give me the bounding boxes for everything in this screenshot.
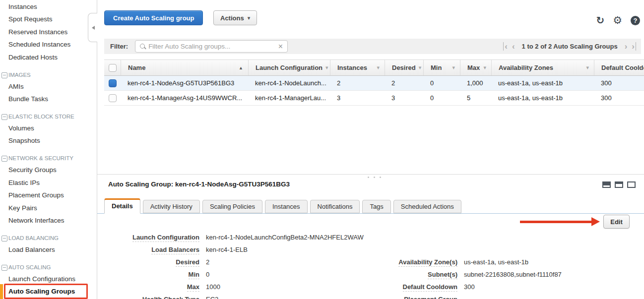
column-header-availability-zones[interactable]: Availability Zones▾ — [491, 60, 594, 75]
pagination-text: 1 to 2 of 2 Auto Scaling Groups — [522, 43, 618, 50]
clear-filter-icon[interactable]: × — [278, 43, 283, 51]
sidebar: InstancesSpot RequestsReserved Instances… — [0, 0, 97, 299]
row-checkbox[interactable] — [109, 94, 117, 102]
cell-max: 5 — [460, 94, 491, 102]
select-all-checkbox[interactable] — [109, 64, 117, 72]
cell-name: ken-rc4-1-ManagerAsg-14US9WWCR... — [121, 94, 248, 102]
column-label: Launch Configuration — [256, 64, 322, 71]
filter-input[interactable] — [146, 43, 278, 50]
collapse-section-icon[interactable] — [1, 265, 7, 271]
collapse-section-icon[interactable] — [1, 72, 7, 78]
table-row[interactable]: ken-rc4-1-NodeAsg-G5TU3P561BG3ken-rc4-1-… — [104, 76, 644, 91]
field-label-text: Desired — [176, 258, 199, 267]
prev-page-icon[interactable]: ‹ — [512, 42, 515, 51]
field-label: Availability Zone(s) — [367, 258, 457, 266]
sidebar-section-label: ELASTIC BLOCK STORE — [8, 114, 74, 120]
tab-scaling-policies[interactable]: Scaling Policies — [202, 200, 262, 213]
sidebar-item-network-interfaces[interactable]: Network Interfaces — [0, 214, 97, 227]
details-pane-title: Auto Scaling Group: ken-rc4-1-NodeAsg-G5… — [108, 180, 290, 188]
first-page-icon[interactable]: ‹ — [503, 42, 508, 51]
sidebar-collapse-tab[interactable] — [88, 13, 97, 42]
actions-button[interactable]: Actions ▾ — [213, 10, 257, 25]
pane-layout-large-icon[interactable] — [627, 181, 636, 188]
sidebar-item-snapshots[interactable]: Snapshots — [0, 134, 97, 147]
sidebar-item-launch-configurations[interactable]: Launch Configurations — [0, 273, 97, 285]
sidebar-item-elastic-ips[interactable]: Elastic IPs — [0, 177, 97, 189]
sort-icon: ▾ — [449, 64, 455, 71]
collapse-section-icon[interactable] — [1, 114, 7, 120]
sidebar-section-auto-scaling: AUTO SCALING — [0, 262, 97, 273]
annotation-highlight-strip — [0, 284, 3, 299]
field-value: 1000 — [206, 283, 220, 291]
column-label: Instances — [337, 64, 367, 71]
column-label: Max — [467, 64, 480, 71]
sidebar-section-images: IMAGES — [0, 70, 97, 80]
field-label: Subnet(s) — [367, 271, 457, 278]
next-page-icon[interactable]: › — [625, 42, 628, 51]
field-placement-group: Placement Group — [367, 293, 562, 299]
sidebar-item-instances[interactable]: Instances — [0, 0, 97, 13]
sidebar-item-security-groups[interactable]: Security Groups — [0, 164, 97, 176]
sort-asc-icon: ▲ — [236, 65, 243, 70]
column-header-desired[interactable]: Desired▾ — [385, 60, 423, 75]
field-value: 300 — [464, 283, 475, 291]
row-checkbox-cell — [104, 79, 121, 87]
tab-tags[interactable]: Tags — [362, 200, 390, 213]
cell-name: ken-rc4-1-NodeAsg-G5TU3P561BG3 — [121, 79, 248, 87]
help-icon[interactable]: ? — [631, 16, 640, 25]
sidebar-item-reserved-instances[interactable]: Reserved Instances — [0, 26, 97, 38]
create-auto-scaling-group-button[interactable]: Create Auto Scaling group — [104, 10, 203, 25]
column-header-min[interactable]: Min▾ — [423, 60, 460, 75]
pagination: ‹ ‹ 1 to 2 of 2 Auto Scaling Groups › › — [503, 42, 636, 51]
pane-resize-handle[interactable] — [368, 177, 381, 178]
tab-instances[interactable]: Instances — [265, 200, 308, 213]
cell-default-cooldown: 300 — [594, 94, 644, 102]
tab-notifications[interactable]: Notifications — [310, 200, 360, 213]
sidebar-item-scheduled-instances[interactable]: Scheduled Instances — [0, 38, 97, 51]
table-row[interactable]: ken-rc4-1-ManagerAsg-14US9WWCR...ken-rc4… — [104, 91, 644, 106]
sidebar-item-load-balancers[interactable]: Load Balancers — [0, 243, 97, 256]
column-header-max[interactable]: Max▾ — [460, 60, 491, 75]
edit-button[interactable]: Edit — [603, 215, 630, 229]
cell-launch-configuration: ken-rc4-1-ManagerLau... — [248, 94, 330, 102]
sidebar-section-label: NETWORK & SECURITY — [8, 155, 73, 161]
sidebar-item-label: Placement Groups — [8, 191, 64, 199]
sidebar-item-volumes[interactable]: Volumes — [0, 122, 97, 134]
column-header-instances[interactable]: Instances▾ — [330, 60, 385, 75]
sidebar-item-label: Volumes — [8, 124, 34, 132]
tab-details[interactable]: Details — [104, 198, 140, 214]
sidebar-item-amis[interactable]: AMIs — [0, 80, 97, 93]
cell-max: 1,000 — [460, 79, 491, 87]
sidebar-item-bundle-tasks[interactable]: Bundle Tasks — [0, 93, 97, 105]
cell-instances: 3 — [330, 94, 385, 102]
collapse-section-icon[interactable] — [1, 156, 7, 162]
sidebar-item-placement-groups[interactable]: Placement Groups — [0, 189, 97, 201]
gear-icon[interactable]: ⚙ — [613, 15, 622, 25]
tab-scheduled-actions[interactable]: Scheduled Actions — [393, 200, 461, 213]
annotation-arrow — [520, 221, 592, 223]
column-header-launch-configuration[interactable]: Launch Configuration▾ — [248, 60, 330, 75]
sidebar-section-load-balancing: LOAD BALANCING — [0, 233, 97, 243]
sidebar-item-key-pairs[interactable]: Key Pairs — [0, 202, 97, 214]
row-checkbox[interactable] — [109, 79, 117, 87]
field-label-text: Launch Configuration — [132, 234, 199, 242]
collapse-section-icon[interactable] — [1, 236, 7, 241]
details-fields-right: Availability Zone(s)us-east-1a, us-east-… — [367, 256, 562, 299]
column-header-checkbox[interactable] — [104, 60, 121, 75]
last-page-icon[interactable]: › — [632, 42, 636, 51]
pane-layout-half-icon[interactable] — [615, 181, 623, 188]
column-header-default-cooldown[interactable]: Default Cooldown — [594, 60, 644, 75]
column-label: Default Cooldown — [601, 64, 644, 71]
refresh-icon[interactable]: ↻ — [596, 15, 604, 25]
sidebar-item-auto-scaling-groups[interactable]: Auto Scaling Groups — [0, 285, 97, 298]
sidebar-section-elastic-block-store: ELASTIC BLOCK STORE — [0, 112, 97, 122]
sidebar-item-dedicated-hosts[interactable]: Dedicated Hosts — [0, 51, 97, 63]
tab-activity-history[interactable]: Activity History — [143, 200, 200, 213]
column-header-name[interactable]: Name▲ — [121, 60, 248, 75]
pane-layout-small-icon[interactable] — [602, 181, 611, 188]
sidebar-item-spot-requests[interactable]: Spot Requests — [0, 13, 97, 25]
field-label-text: Min — [189, 271, 199, 279]
field-label-text: Load Balancers — [151, 246, 199, 254]
field-value: us-east-1a, us-east-1b — [464, 258, 528, 266]
column-label: Desired — [392, 64, 416, 71]
